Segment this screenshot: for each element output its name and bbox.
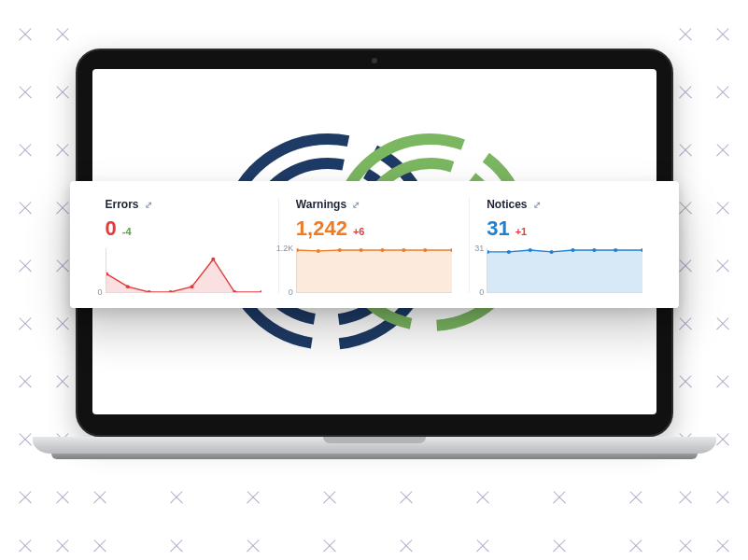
errors-sparkline: 0 <box>106 248 261 293</box>
panel-notices[interactable]: Notices ⤢ 31 +1 31 0 <box>469 198 659 293</box>
panel-title: Warnings <box>296 198 346 211</box>
panel-errors[interactable]: Errors ⤢ 0 -4 0 <box>89 198 278 293</box>
panel-warnings[interactable]: Warnings ⤢ 1,242 +6 1.2K 0 <box>278 198 469 293</box>
notices-value: 31 <box>487 217 509 241</box>
svg-point-8 <box>125 285 129 288</box>
laptop-bezel: Errors ⤢ 0 -4 0 <box>76 49 673 437</box>
svg-point-17 <box>337 248 341 252</box>
svg-point-20 <box>402 248 405 252</box>
warnings-delta: +6 <box>353 226 365 237</box>
expand-icon[interactable]: ⤢ <box>352 200 360 210</box>
svg-point-9 <box>147 290 150 292</box>
camera-dot <box>372 58 377 63</box>
svg-point-14 <box>260 290 261 292</box>
notices-delta: +1 <box>515 226 528 237</box>
svg-point-19 <box>380 248 384 252</box>
svg-point-29 <box>614 248 617 252</box>
panel-title: Notices <box>487 198 527 211</box>
laptop-base <box>33 437 716 454</box>
expand-icon[interactable]: ⤢ <box>145 200 152 210</box>
svg-point-11 <box>190 285 193 288</box>
ytick: 0 <box>276 287 293 297</box>
errors-delta: -4 <box>122 226 132 237</box>
svg-point-25 <box>529 248 532 252</box>
svg-point-12 <box>211 258 215 261</box>
svg-point-26 <box>550 250 554 254</box>
warnings-sparkline: 1.2K 0 <box>296 248 452 293</box>
laptop-mockup: Errors ⤢ 0 -4 0 <box>76 49 673 459</box>
ytick: 31 <box>467 244 484 253</box>
errors-value: 0 <box>106 217 117 241</box>
svg-point-18 <box>359 248 362 252</box>
laptop-foot <box>51 454 698 459</box>
ytick: 0 <box>467 287 484 297</box>
ytick: 0 <box>86 287 103 297</box>
svg-point-10 <box>168 290 172 292</box>
summary-card: Errors ⤢ 0 -4 0 <box>70 181 679 308</box>
laptop-screen: Errors ⤢ 0 -4 0 <box>92 69 656 414</box>
panel-title: Errors <box>106 198 139 211</box>
svg-point-16 <box>317 249 320 253</box>
notices-sparkline: 31 0 <box>487 248 642 293</box>
ytick: 1.2K <box>276 244 293 253</box>
warnings-value: 1,242 <box>296 217 347 241</box>
svg-point-21 <box>423 248 427 252</box>
expand-icon[interactable]: ⤢ <box>533 200 541 210</box>
svg-point-28 <box>592 248 596 252</box>
svg-point-24 <box>507 250 511 254</box>
svg-point-27 <box>572 248 575 252</box>
